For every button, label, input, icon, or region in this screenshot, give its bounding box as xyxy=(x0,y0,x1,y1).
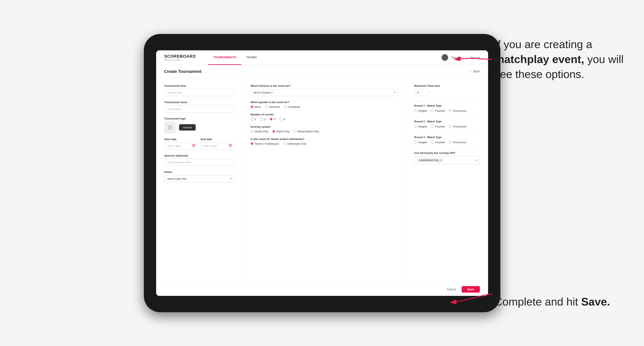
round1-singles-radio[interactable] xyxy=(414,109,417,112)
back-button[interactable]: ← Back xyxy=(470,70,480,73)
api-tag-close[interactable]: × xyxy=(440,159,441,162)
tournament-host-label: Tournament Host xyxy=(164,84,234,87)
round2-foursomes-radio[interactable] xyxy=(449,125,452,128)
round2-match-type: Round 2 - Match Type Singles Fourball xyxy=(414,120,480,128)
teams-individuals[interactable]: Individuals Only xyxy=(283,142,306,145)
upload-button[interactable]: Upload xyxy=(179,124,196,131)
round1-label: Round 1 - Match Type xyxy=(414,104,480,107)
round1-fourball-label: Fourball xyxy=(435,109,445,112)
tournament-logo-group: Tournament logo Upload xyxy=(164,117,234,133)
tablet-shell: SCOREBOARD Powered by clippit TOURNAMENT… xyxy=(144,34,500,312)
max-team-size-input[interactable] xyxy=(414,89,429,96)
start-date-wrapper: 📅 xyxy=(164,142,198,150)
rounds-4-label: 4 xyxy=(284,118,285,121)
round1-fourball-radio[interactable] xyxy=(431,109,434,112)
gender-combined-radio[interactable] xyxy=(284,105,287,108)
rounds-label: Number of rounds xyxy=(250,113,398,116)
gender-combined[interactable]: Combined xyxy=(284,105,300,108)
form-body: Tournament Host Tournament name Tourname… xyxy=(156,78,488,282)
round1-foursomes[interactable]: Foursomes xyxy=(449,109,466,112)
gender-mens-radio[interactable] xyxy=(250,105,254,108)
rounds-1[interactable]: 1 xyxy=(250,118,256,121)
venue-group: Venue Search golf club xyxy=(164,171,234,182)
annotation-save: Complete and hit Save. xyxy=(494,294,630,309)
scoring-match[interactable]: Match Play xyxy=(272,130,290,133)
end-date-group: End date 📅 xyxy=(201,138,234,150)
round3-foursomes-label: Foursomes xyxy=(453,141,466,144)
round2-fourball-radio[interactable] xyxy=(431,125,434,128)
round2-foursomes-label: Foursomes xyxy=(453,125,466,128)
scoring-medal[interactable]: Medal Match Play xyxy=(294,130,319,133)
api-tag: Leaderboard King × xyxy=(417,158,444,163)
tournament-name-label: Tournament name xyxy=(164,101,234,104)
round3-match-type: Round 3 - Match Type Singles Fourball xyxy=(414,136,480,144)
teams-individuals-radio[interactable] xyxy=(283,142,286,145)
teams-label: Is this event for Teams and/or Individua… xyxy=(250,138,398,141)
date-row: Start date 📅 End date 📅 xyxy=(164,138,234,150)
tournament-host-group: Tournament Host xyxy=(164,84,234,96)
scoring-radio-group: Stroke Play Match Play Medal Match Play xyxy=(250,130,398,133)
rounds-3-label: 3 xyxy=(274,118,276,121)
end-date-label: End date xyxy=(201,138,234,141)
venue-select[interactable]: Search golf club xyxy=(164,175,234,182)
rounds-1-radio[interactable] xyxy=(250,118,254,121)
teams-teams[interactable]: Teams (+Individuals) xyxy=(250,142,279,145)
round1-fourball[interactable]: Fourball xyxy=(431,109,445,112)
rounds-2[interactable]: 2 xyxy=(260,118,266,121)
venue-select-wrapper: Search golf club xyxy=(164,175,234,182)
round2-foursomes[interactable]: Foursomes xyxy=(449,125,466,128)
round1-foursomes-label: Foursomes xyxy=(453,109,466,112)
round1-foursomes-radio[interactable] xyxy=(449,109,452,112)
scoring-medal-radio[interactable] xyxy=(294,130,296,133)
rounds-4-radio[interactable] xyxy=(280,118,282,121)
round3-foursomes-radio[interactable] xyxy=(449,141,452,144)
scoring-stroke-radio[interactable] xyxy=(250,130,254,133)
round3-label: Round 3 - Match Type xyxy=(414,136,480,139)
scoring-stroke-label: Stroke Play xyxy=(255,130,268,133)
sponsor-label: Sponsor (optional) xyxy=(164,154,234,157)
api-tag-text: Leaderboard King xyxy=(419,159,438,162)
division-select[interactable]: NCAA Division I xyxy=(250,89,398,96)
round3-singles-label: Singles xyxy=(418,141,427,144)
gender-womens-label: Womens xyxy=(269,105,280,108)
gender-womens-radio[interactable] xyxy=(265,105,268,108)
gender-womens[interactable]: Womens xyxy=(265,105,280,108)
scoring-stroke[interactable]: Stroke Play xyxy=(250,130,268,133)
teams-radio-group: Teams (+Individuals) Individuals Only xyxy=(250,142,398,145)
round3-fourball[interactable]: Fourball xyxy=(431,141,445,144)
round2-singles[interactable]: Singles xyxy=(414,125,427,128)
rounds-4[interactable]: 4 xyxy=(280,118,285,121)
teams-teams-label: Teams (+Individuals) xyxy=(255,142,279,145)
round2-fourball-label: Fourball xyxy=(435,125,445,128)
nav-tab-teams[interactable]: TEAMS xyxy=(241,50,262,65)
gender-mens-label: Mens xyxy=(255,105,261,108)
round3-options: Singles Fourball Foursomes xyxy=(414,141,480,144)
sponsor-input[interactable] xyxy=(164,159,234,166)
page-footer: Cancel Save xyxy=(156,283,488,296)
round1-singles[interactable]: Singles xyxy=(414,109,427,112)
gender-mens[interactable]: Mens xyxy=(250,105,261,108)
scoring-match-radio[interactable] xyxy=(272,130,275,133)
start-date-group: Start date 📅 xyxy=(164,138,198,150)
rounds-radio-group: 1 2 3 xyxy=(250,118,398,121)
round2-fourball[interactable]: Fourball xyxy=(431,125,445,128)
round3-singles-radio[interactable] xyxy=(414,141,417,144)
api-select-wrapper[interactable]: Leaderboard King × ▾ xyxy=(414,156,480,164)
round3-singles[interactable]: Singles xyxy=(414,141,427,144)
rounds-3[interactable]: 3 xyxy=(270,118,276,121)
teams-teams-radio[interactable] xyxy=(250,142,254,145)
teams-group: Is this event for Teams and/or Individua… xyxy=(250,138,398,145)
round1-singles-label: Singles xyxy=(418,109,427,112)
round3-foursomes[interactable]: Foursomes xyxy=(449,141,466,144)
division-group: Which division is the event for? NCAA Di… xyxy=(250,84,398,96)
rounds-3-radio[interactable] xyxy=(270,118,273,121)
nav-tab-tournaments[interactable]: TOURNAMENTS xyxy=(208,50,241,65)
logo-sub: Powered by clippit xyxy=(164,59,196,61)
rounds-2-radio[interactable] xyxy=(260,118,263,121)
round3-fourball-radio[interactable] xyxy=(431,141,434,144)
round1-options: Singles Fourball Foursomes xyxy=(414,109,480,112)
round2-singles-radio[interactable] xyxy=(414,125,417,128)
arrow-save xyxy=(449,290,494,307)
tournament-name-input[interactable] xyxy=(164,105,234,113)
tournament-host-input[interactable] xyxy=(164,89,234,96)
